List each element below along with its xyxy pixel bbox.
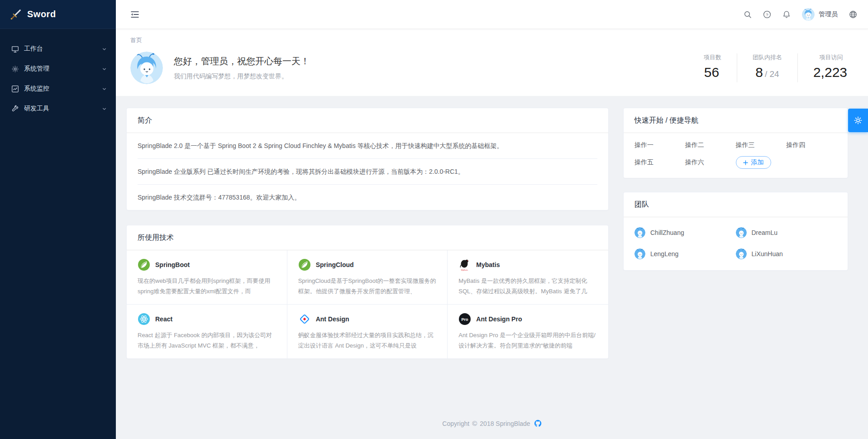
sidebar-item-label: 系统监控 [24,85,102,93]
tech-name: React [155,315,172,323]
svg-text:?: ? [766,12,768,17]
hero-avatar [130,52,163,84]
tech-name: Mybatis [476,261,500,268]
svg-text:Pro: Pro [462,317,469,322]
quick-action-3[interactable]: 操作三 [736,141,787,149]
member-avatar [634,248,645,259]
member-avatar [736,248,747,259]
breadcrumb: 首页 [130,36,854,44]
quick-action-4[interactable]: 操作四 [786,141,837,149]
tech-item-mybatis: MyBatis Mybatis MyBatis 是一款优秀的持久层框架，它支持定… [448,250,608,305]
quick-action-5[interactable]: 操作五 [634,158,685,167]
stat-value: 2,223 [813,64,849,82]
settings-fab-button[interactable] [848,109,868,132]
sword-logo-icon [10,9,22,20]
react-icon [138,313,150,325]
tech-desc: SpringCloud是基于SpringBoot的一整套实现微服务的框架。他提供… [298,276,437,296]
stats: 项目数 56 团队内排名 8/ 24 项目访问 2,223 [688,53,854,82]
breadcrumb-home[interactable]: 首页 [130,37,142,43]
page-header: 首页 您好，管理员，祝您开心每一天！ 我们用代码编写梦想，用梦想改变世界。 项目… [116,29,868,96]
copyright-icon: © [472,420,477,427]
stat-team-rank: 团队内排名 8/ 24 [737,53,797,82]
tech-card: 所使用技术 SpringBoot 现在的web项目几乎都会用到spring框架，… [126,225,609,359]
tool-icon [11,105,19,113]
stat-value: 56 [704,64,721,82]
greeting-subtitle: 我们用代码编写梦想，用梦想改变世界。 [174,72,310,81]
menu-fold-button[interactable] [128,7,142,22]
content-left-column: 简介 SpringBlade 2.0 是一个基于 Spring Boot 2 &… [126,108,609,359]
tech-name: SpringCloud [316,261,354,268]
tech-desc: React 起源于 Facebook 的内部项目，因为该公司对市场上所有 Jav… [138,330,276,351]
team-card-title: 团队 [624,192,848,217]
team-member[interactable]: LiXunHuan [736,248,837,259]
quick-actions: 操作一 操作二 操作三 操作四 操作五 操作六 添加 [624,133,848,178]
globe-icon[interactable] [849,10,857,19]
tech-card-title: 所使用技术 [127,225,608,250]
sidebar-item-label: 工作台 [24,45,102,53]
sidebar-item-label: 研发工具 [24,105,102,113]
github-icon[interactable] [534,420,542,427]
member-avatar [634,227,645,238]
help-icon[interactable]: ? [763,10,771,19]
sidebar-menu: 工作台 系统管理 [0,29,116,119]
intro-body: SpringBlade 2.0 是一个基于 Spring Boot 2 & Sp… [127,133,608,210]
footer: Copyright © 2018 SpringBlade [116,406,868,439]
plus-icon [743,160,748,165]
quick-action-2[interactable]: 操作二 [685,141,736,149]
user-name: 管理员 [819,10,838,19]
user-avatar [802,8,815,21]
member-name: LiXunHuan [752,250,783,258]
chevron-down-icon [102,86,107,91]
app-root: Sword 工作台 [0,0,868,439]
antdesign-icon [298,313,311,325]
add-button[interactable]: 添加 [736,156,771,169]
sidebar-item-system-monitor[interactable]: 系统监控 [0,79,116,99]
stat-label: 项目访问 [813,53,849,62]
logo[interactable]: Sword [0,0,116,29]
greeting: 您好，管理员，祝您开心每一天！ 我们用代码编写梦想，用梦想改变世界。 [174,55,310,81]
tech-name: Ant Design Pro [476,315,522,323]
tech-desc: 蚂蚁金服体验技术部经过大量的项目实践和总结，沉淀出设计语言 Ant Design… [298,330,437,351]
topbar: ? 管理员 [116,0,868,29]
quick-action-1[interactable]: 操作一 [634,141,685,149]
user-menu[interactable]: 管理员 [802,8,838,21]
member-name: DreamLu [752,229,778,236]
intro-line: SpringBlade 技术交流群号：477853168。欢迎大家加入。 [138,184,597,210]
tech-desc: Ant Design Pro 是一个企业级开箱即用的中后台前端/设计解决方案。符… [458,330,597,351]
copyright-text: Copyright [442,420,469,427]
search-icon[interactable] [744,10,752,19]
tech-item-springboot: SpringBoot 现在的web项目几乎都会用到spring框架，而要使用sp… [127,250,287,305]
member-name: ChillZhuang [650,229,684,236]
topbar-right: ? 管理员 [744,8,857,21]
sidebar: Sword 工作台 [0,0,116,439]
member-avatar [736,227,747,238]
quick-action-6[interactable]: 操作六 [685,158,736,167]
tech-grid: SpringBoot 现在的web项目几乎都会用到spring框架，而要使用sp… [127,250,608,358]
chevron-down-icon [102,47,107,52]
team-member[interactable]: LengLeng [634,248,736,259]
stat-label: 项目数 [704,53,721,62]
greeting-title: 您好，管理员，祝您开心每一天！ [174,55,310,67]
main-area: ? 管理员 首页 [116,0,868,439]
tech-name: SpringBoot [155,261,190,268]
member-name: LengLeng [650,250,678,258]
stat-projects: 项目数 56 [688,53,737,82]
stat-label: 团队内排名 [753,53,782,62]
sidebar-item-workbench[interactable]: 工作台 [0,39,116,59]
chevron-down-icon [102,67,107,72]
team-member[interactable]: ChillZhuang [634,227,736,238]
bell-icon[interactable] [782,10,791,19]
sidebar-item-dev-tools[interactable]: 研发工具 [0,99,116,119]
tech-item-antdesign: Ant Design 蚂蚁金服体验技术部经过大量的项目实践和总结，沉淀出设计语言… [287,305,448,358]
tech-desc: 现在的web项目几乎都会用到spring框架，而要使用spring难免需要配置大… [138,276,276,296]
springcloud-icon [298,258,311,271]
svg-text:MyBatis: MyBatis [461,269,468,271]
sidebar-item-system-management[interactable]: 系统管理 [0,59,116,79]
intro-card: 简介 SpringBlade 2.0 是一个基于 Spring Boot 2 &… [126,108,609,210]
team-member[interactable]: DreamLu [736,227,837,238]
quick-start-card: 快速开始 / 便捷导航 操作一 操作二 操作三 操作四 操作五 操作六 添加 [623,108,848,178]
tech-item-antdesignpro: Pro Ant Design Pro Ant Design Pro 是一个企业级… [448,305,608,358]
antdesignpro-icon: Pro [458,313,471,325]
intro-card-title: 简介 [127,108,608,133]
stat-value: 8/ 24 [753,64,782,82]
